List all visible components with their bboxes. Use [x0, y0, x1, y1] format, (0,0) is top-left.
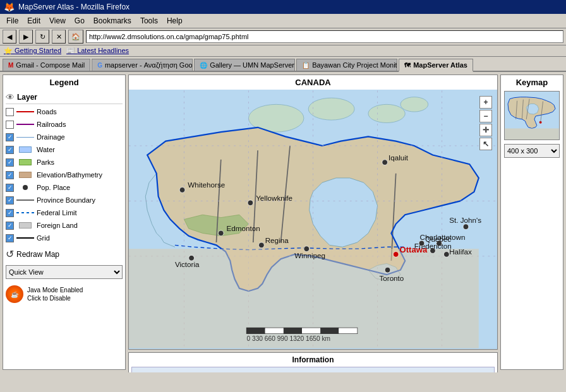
layer-name-drainage: Drainage [37, 133, 65, 141]
bookmark-getting-started[interactable]: ⭐ Getting Started [4, 47, 61, 55]
layer-row-elevation: Elevation/Bathymetry [6, 170, 123, 180]
layer-symbol-province [16, 196, 34, 205]
quick-view-select[interactable]: Quick View Canada USA World [6, 265, 123, 279]
keymap-title: Keymap [516, 78, 548, 87]
layer-checkbox-parks[interactable] [6, 158, 14, 167]
java-mode-text[interactable]: Java Mode Enabled Click to Disable [27, 286, 83, 302]
stop-button[interactable]: ✕ [52, 30, 66, 44]
redraw-map-button[interactable]: ↺ Redraw Map [6, 248, 123, 260]
browser-icon: 🦊 [4, 2, 15, 12]
legend-panel: Legend 👁 Layer Roads Railroads Drainage … [3, 74, 126, 370]
svg-point-32 [393, 252, 399, 258]
menu-file[interactable]: File [3, 15, 22, 27]
home-button[interactable]: 🏠 [68, 30, 83, 44]
layer-row-foreignland: Foreign Land [6, 220, 123, 230]
layer-symbol-grid [16, 234, 34, 242]
svg-point-28 [259, 242, 265, 248]
keymap-panel: Keymap 400 x 300 [500, 74, 563, 370]
svg-point-34 [385, 267, 390, 273]
title-bar: 🦊 MapServer Atlas - Mozilla Firefox [0, 0, 566, 14]
map-area[interactable]: Whitehorse Yellowknife Iqaluit Edmonton [129, 90, 497, 349]
layer-name-popplace: Pop. Place [37, 184, 70, 191]
tab-mapserver-atlas[interactable]: 🗺 MapServer Atlas [399, 59, 473, 72]
svg-rect-47 [247, 328, 265, 334]
svg-text:Yellowknife: Yellowknife [256, 194, 292, 202]
tab-favicon-google: G [97, 62, 102, 69]
layer-row-province: Province Boundary [6, 195, 123, 205]
svg-point-18 [179, 187, 185, 193]
svg-point-20 [248, 200, 253, 206]
tabs-bar: M Gmail - Compose Mail G mapserver - Ανα… [0, 57, 566, 72]
information-input[interactable] [131, 367, 495, 372]
legend-title: Legend [6, 78, 123, 87]
layer-symbol-roads [16, 107, 34, 116]
url-input[interactable] [86, 30, 563, 43]
svg-rect-51 [320, 328, 339, 334]
layer-name-parks: Parks [37, 158, 54, 166]
redraw-icon: ↺ [6, 248, 14, 260]
legend-header: 👁 Layer [6, 92, 123, 104]
svg-point-2 [308, 98, 354, 120]
tab-gmail[interactable]: M Gmail - Compose Mail [3, 59, 90, 71]
reload-button[interactable]: ↻ [35, 30, 49, 44]
layer-row-federal: Federal Limit [6, 208, 123, 218]
keymap-svg [505, 92, 559, 140]
java-icon[interactable]: ☕ [6, 285, 23, 303]
svg-rect-49 [284, 328, 302, 334]
keymap-size-select[interactable]: 400 x 300 [504, 144, 560, 158]
layer-checkbox-grid[interactable] [6, 234, 14, 242]
menu-help[interactable]: Help [163, 15, 186, 27]
menu-bookmarks[interactable]: Bookmarks [90, 15, 135, 27]
layer-symbol-railroads [16, 120, 34, 129]
zoom-out-button[interactable]: − [479, 110, 492, 122]
tab-mapserver-search[interactable]: G mapserver - Αναζήτηση Google [92, 59, 193, 71]
tab-favicon-gallery: 🌐 [200, 62, 207, 69]
layer-column-header: Layer [17, 93, 37, 102]
quick-view-row: Quick View Canada USA World [6, 265, 123, 279]
forward-button[interactable]: ▶ [19, 30, 33, 44]
identify-button[interactable]: ↖ [479, 138, 492, 150]
layer-checkbox-popplace[interactable] [6, 184, 14, 192]
keymap-image[interactable] [504, 91, 560, 140]
menu-view[interactable]: View [45, 15, 69, 27]
zoom-in-button[interactable]: + [479, 96, 492, 109]
menu-edit[interactable]: Edit [23, 15, 44, 27]
layer-checkbox-province[interactable] [6, 196, 14, 205]
layer-checkbox-foreignland[interactable] [6, 222, 14, 230]
back-button[interactable]: ◀ [3, 30, 16, 44]
menu-go[interactable]: Go [71, 15, 88, 27]
svg-text:Halifax: Halifax [449, 247, 472, 256]
svg-point-36 [463, 224, 469, 230]
layer-checkbox-federal[interactable] [6, 209, 14, 217]
menu-bar: File Edit View Go Bookmarks Tools Help [0, 14, 566, 28]
svg-text:Toronto: Toronto [379, 274, 404, 282]
layer-symbol-foreignland [16, 221, 34, 230]
layer-checkbox-roads[interactable] [6, 108, 14, 116]
svg-rect-50 [302, 328, 320, 334]
information-panel: Information [128, 352, 498, 372]
svg-text:Regina: Regina [265, 236, 289, 244]
svg-text:0   330 660 990 1320 1650 km: 0 330 660 990 1320 1650 km [247, 335, 331, 342]
tab-favicon-bayawan: 📋 [302, 62, 310, 69]
svg-text:Iqaluit: Iqaluit [388, 153, 409, 162]
tab-gallery[interactable]: 🌐 Gallery — UMN MapServer [194, 59, 295, 71]
layer-row-drainage: Drainage [6, 132, 123, 142]
menu-tools[interactable]: Tools [136, 15, 162, 27]
tab-bayawan[interactable]: 📋 Bayawan City Project Monito... [296, 59, 397, 71]
map-panel: CANADA [128, 74, 498, 370]
layer-checkbox-railroads[interactable] [6, 121, 14, 129]
page-content: Legend 👁 Layer Roads Railroads Drainage … [0, 72, 566, 372]
bookmark-latest-headlines[interactable]: 📰 Latest Headlines [66, 47, 129, 55]
layer-checkbox-drainage[interactable] [6, 133, 14, 141]
layer-name-grid: Grid [37, 234, 50, 242]
pan-button[interactable]: ✛ [479, 124, 492, 136]
svg-point-22 [382, 160, 388, 165]
tab-favicon-atlas: 🗺 [404, 62, 411, 69]
svg-point-42 [419, 241, 424, 246]
layer-checkbox-elevation[interactable] [6, 171, 14, 179]
layer-symbol-elevation [16, 170, 34, 179]
layer-checkbox-water[interactable] [6, 146, 14, 154]
svg-text:Edmonton: Edmonton [226, 224, 260, 232]
svg-text:Whitehorse: Whitehorse [188, 181, 225, 189]
layer-name-roads: Roads [37, 108, 57, 116]
